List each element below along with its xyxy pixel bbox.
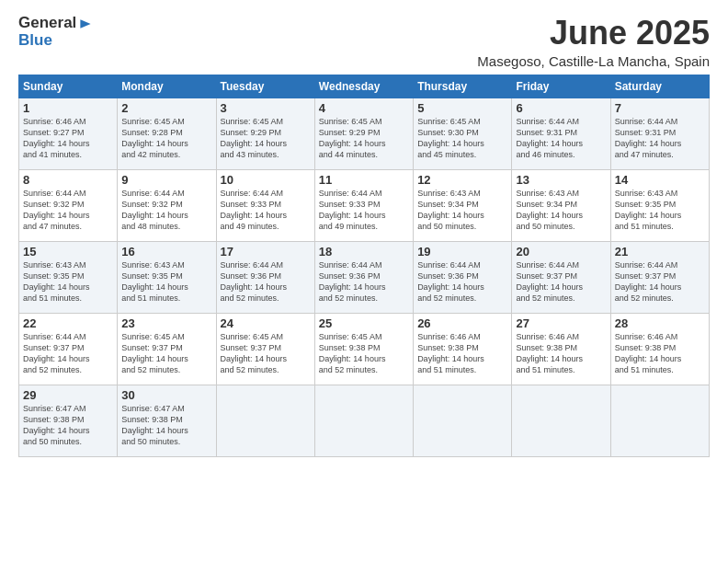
table-row: 28Sunrise: 6:46 AMSunset: 9:38 PMDayligh… xyxy=(610,313,709,385)
table-row: 24Sunrise: 6:45 AMSunset: 9:37 PMDayligh… xyxy=(216,313,314,385)
table-row: 8Sunrise: 6:44 AMSunset: 9:32 PMDaylight… xyxy=(19,169,118,241)
table-row: 22Sunrise: 6:44 AMSunset: 9:37 PMDayligh… xyxy=(19,313,118,385)
table-row: 20Sunrise: 6:44 AMSunset: 9:37 PMDayligh… xyxy=(512,241,610,313)
table-row: 15Sunrise: 6:43 AMSunset: 9:35 PMDayligh… xyxy=(19,241,118,313)
table-row: 4Sunrise: 6:45 AMSunset: 9:29 PMDaylight… xyxy=(314,98,413,169)
header-friday: Friday xyxy=(512,75,610,98)
table-row xyxy=(216,385,314,456)
header-monday: Monday xyxy=(118,75,216,98)
header-row: General Blue June 2025 Masegoso, Castill… xyxy=(18,15,710,69)
calendar-table: Sunday Monday Tuesday Wednesday Thursday… xyxy=(18,75,710,457)
header-thursday: Thursday xyxy=(414,75,512,98)
title-block: June 2025 Masegoso, Castille-La Mancha, … xyxy=(477,15,710,69)
table-row: 14Sunrise: 6:43 AMSunset: 9:35 PMDayligh… xyxy=(610,169,709,241)
table-row: 1Sunrise: 6:46 AMSunset: 9:27 PMDaylight… xyxy=(19,98,118,169)
table-row: 25Sunrise: 6:45 AMSunset: 9:38 PMDayligh… xyxy=(314,313,413,385)
table-row: 17Sunrise: 6:44 AMSunset: 9:36 PMDayligh… xyxy=(216,241,314,313)
header-tuesday: Tuesday xyxy=(216,75,314,98)
table-row: 13Sunrise: 6:43 AMSunset: 9:34 PMDayligh… xyxy=(512,169,610,241)
table-row: 3Sunrise: 6:45 AMSunset: 9:29 PMDaylight… xyxy=(216,98,314,169)
header-saturday: Saturday xyxy=(610,75,709,98)
table-row: 16Sunrise: 6:43 AMSunset: 9:35 PMDayligh… xyxy=(118,241,216,313)
table-row: 18Sunrise: 6:44 AMSunset: 9:36 PMDayligh… xyxy=(314,241,413,313)
table-row xyxy=(414,385,512,456)
table-row: 23Sunrise: 6:45 AMSunset: 9:37 PMDayligh… xyxy=(118,313,216,385)
table-row: 27Sunrise: 6:46 AMSunset: 9:38 PMDayligh… xyxy=(512,313,610,385)
table-row: 26Sunrise: 6:46 AMSunset: 9:38 PMDayligh… xyxy=(414,313,512,385)
svg-marker-0 xyxy=(81,19,91,29)
table-row xyxy=(314,385,413,456)
table-row xyxy=(512,385,610,456)
table-row: 12Sunrise: 6:43 AMSunset: 9:34 PMDayligh… xyxy=(414,169,512,241)
page: General Blue June 2025 Masegoso, Castill… xyxy=(0,0,728,466)
table-row: 11Sunrise: 6:44 AMSunset: 9:33 PMDayligh… xyxy=(314,169,413,241)
table-row: 29Sunrise: 6:47 AMSunset: 9:38 PMDayligh… xyxy=(19,385,118,456)
table-row: 9Sunrise: 6:44 AMSunset: 9:32 PMDaylight… xyxy=(118,169,216,241)
table-row: 19Sunrise: 6:44 AMSunset: 9:36 PMDayligh… xyxy=(414,241,512,313)
table-row: 6Sunrise: 6:44 AMSunset: 9:31 PMDaylight… xyxy=(512,98,610,169)
table-row: 2Sunrise: 6:45 AMSunset: 9:28 PMDaylight… xyxy=(118,98,216,169)
table-row: 10Sunrise: 6:44 AMSunset: 9:33 PMDayligh… xyxy=(216,169,314,241)
header-wednesday: Wednesday xyxy=(314,75,413,98)
calendar-subtitle: Masegoso, Castille-La Mancha, Spain xyxy=(477,53,710,69)
header-sunday: Sunday xyxy=(19,75,118,98)
logo: General Blue xyxy=(18,15,93,49)
calendar-title: June 2025 xyxy=(477,15,710,52)
table-row: 30Sunrise: 6:47 AMSunset: 9:38 PMDayligh… xyxy=(118,385,216,456)
logo-icon xyxy=(78,17,93,31)
table-row: 7Sunrise: 6:44 AMSunset: 9:31 PMDaylight… xyxy=(610,98,709,169)
table-row xyxy=(610,385,709,456)
header-row-days: Sunday Monday Tuesday Wednesday Thursday… xyxy=(19,75,710,98)
table-row: 5Sunrise: 6:45 AMSunset: 9:30 PMDaylight… xyxy=(414,98,512,169)
table-row: 21Sunrise: 6:44 AMSunset: 9:37 PMDayligh… xyxy=(610,241,709,313)
